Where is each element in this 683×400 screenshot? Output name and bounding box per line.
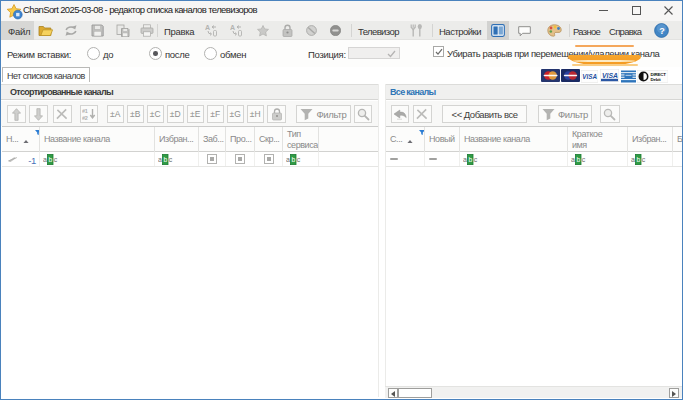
- svg-text:VISA: VISA: [602, 72, 618, 79]
- svg-text:c: c: [297, 156, 301, 163]
- svg-text:a: a: [631, 156, 635, 163]
- svg-text:b: b: [49, 156, 53, 163]
- svg-text:c: c: [54, 156, 58, 163]
- svg-text:b: b: [577, 156, 581, 163]
- svg-text:a: a: [463, 156, 467, 163]
- svg-text:#1: #1: [82, 108, 88, 114]
- svg-text:b: b: [164, 156, 168, 163]
- svg-text:c: c: [642, 156, 646, 163]
- svg-text:?: ?: [659, 26, 665, 36]
- svg-text:a: a: [571, 156, 575, 163]
- svg-text:VISA: VISA: [582, 73, 597, 80]
- svg-text:a: a: [158, 156, 162, 163]
- svg-text:a: a: [43, 156, 47, 163]
- svg-text:b: b: [469, 156, 473, 163]
- svg-text:Debit: Debit: [651, 77, 662, 82]
- svg-text:b: b: [637, 156, 641, 163]
- svg-text:a: a: [286, 156, 290, 163]
- svg-text:A: A: [205, 24, 210, 31]
- svg-text:c: c: [582, 156, 586, 163]
- svg-text:#2: #2: [82, 115, 88, 121]
- svg-text:c: c: [474, 156, 478, 163]
- svg-text:A: A: [230, 24, 235, 31]
- svg-text:c: c: [169, 156, 173, 163]
- svg-text:b: b: [292, 156, 296, 163]
